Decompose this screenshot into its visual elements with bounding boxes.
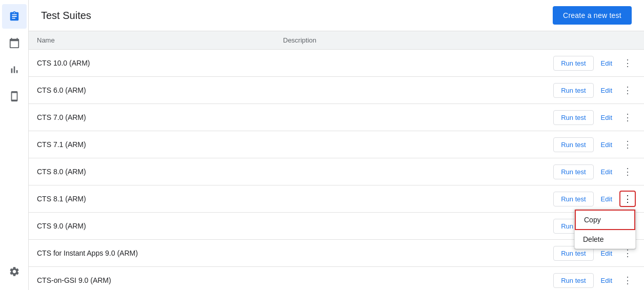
row-description <box>275 158 541 185</box>
run-test-button[interactable]: Run test <box>553 110 593 125</box>
edit-button[interactable]: Edit <box>596 165 617 179</box>
more-menu-wrapper: ⋮ <box>619 163 636 180</box>
more-options-button[interactable]: ⋮ <box>619 272 636 288</box>
row-description <box>275 267 541 291</box>
row-name: CTS-on-GSI 9.0 (ARM) <box>29 267 275 291</box>
test-suites-table-container: Name Description CTS 10.0 (ARM)Run testE… <box>29 31 644 290</box>
row-name: CTS 7.1 (ARM) <box>29 131 275 158</box>
row-name: CTS 7.0 (ARM) <box>29 104 275 131</box>
column-header-description: Description <box>275 31 541 50</box>
row-description <box>275 50 541 77</box>
row-actions: Run testEdit⋮ <box>541 158 644 185</box>
row-description <box>275 104 541 131</box>
sidebar <box>0 0 29 290</box>
page-title: Test Suites <box>41 10 91 22</box>
row-actions: Run testEdit⋮ <box>541 77 644 104</box>
more-menu-wrapper: ⋮ <box>619 272 636 288</box>
more-options-button[interactable]: ⋮ <box>619 82 636 98</box>
main-content: Test Suites Create a new test Name Descr… <box>29 0 644 290</box>
table-row: CTS 6.0 (ARM)Run testEdit⋮ <box>29 77 644 104</box>
row-actions: Run testEdit⋮ <box>541 131 644 158</box>
page-header: Test Suites Create a new test <box>29 0 644 31</box>
table-row: CTS 9.0 (ARM)Run testEdit⋮ <box>29 213 644 240</box>
row-name: CTS 8.1 (ARM) <box>29 185 275 213</box>
row-name: CTS 10.0 (ARM) <box>29 50 275 77</box>
table-row: CTS for Instant Apps 9.0 (ARM)Run testEd… <box>29 240 644 267</box>
row-description <box>275 213 541 240</box>
context-menu: CopyDelete <box>574 209 636 249</box>
test-suites-table: Name Description CTS 10.0 (ARM)Run testE… <box>29 31 644 290</box>
settings-icon <box>9 266 20 277</box>
sidebar-item-analytics[interactable] <box>2 57 27 82</box>
more-options-button[interactable]: ⋮ <box>619 136 636 153</box>
row-actions: Run testEdit⋮ <box>541 104 644 131</box>
edit-button[interactable]: Edit <box>596 274 617 287</box>
table-row: CTS-on-GSI 9.0 (ARM)Run testEdit⋮ <box>29 267 644 291</box>
table-row: CTS 10.0 (ARM)Run testEdit⋮ <box>29 50 644 77</box>
phone-icon <box>9 91 20 102</box>
create-new-test-button[interactable]: Create a new test <box>553 6 632 25</box>
row-actions: Run testEdit⋮ <box>541 267 644 291</box>
edit-button[interactable]: Edit <box>596 138 617 152</box>
run-test-button[interactable]: Run test <box>553 137 593 152</box>
bar-chart-icon <box>9 64 20 75</box>
column-header-name: Name <box>29 31 275 50</box>
more-menu-wrapper: ⋮ <box>619 109 636 126</box>
calendar-icon <box>9 37 20 49</box>
table-row: CTS 7.1 (ARM)Run testEdit⋮ <box>29 131 644 158</box>
run-test-button[interactable]: Run test <box>553 273 593 288</box>
row-actions: Run testEdit⋮CopyDelete <box>541 185 644 213</box>
table-body: CTS 10.0 (ARM)Run testEdit⋮CTS 6.0 (ARM)… <box>29 50 644 291</box>
table-header: Name Description <box>29 31 644 50</box>
sidebar-item-schedule[interactable] <box>2 31 27 55</box>
edit-button[interactable]: Edit <box>596 84 617 97</box>
more-options-button[interactable]: ⋮ <box>619 191 636 207</box>
more-options-button[interactable]: ⋮ <box>619 109 636 126</box>
more-menu-wrapper: ⋮ <box>619 82 636 98</box>
sidebar-item-test-suites[interactable] <box>2 4 27 29</box>
sidebar-item-device[interactable] <box>2 84 27 109</box>
row-name: CTS 9.0 (ARM) <box>29 213 275 240</box>
row-actions: Run testEdit⋮ <box>541 50 644 77</box>
row-name: CTS for Instant Apps 9.0 (ARM) <box>29 240 275 267</box>
table-row: CTS 7.0 (ARM)Run testEdit⋮ <box>29 104 644 131</box>
sidebar-item-settings[interactable] <box>2 259 27 284</box>
more-options-button[interactable]: ⋮ <box>619 55 636 71</box>
run-test-button[interactable]: Run test <box>553 56 593 71</box>
row-description <box>275 240 541 267</box>
run-test-button[interactable]: Run test <box>553 83 593 98</box>
table-row: CTS 8.0 (ARM)Run testEdit⋮ <box>29 158 644 185</box>
more-menu-wrapper: ⋮ <box>619 55 636 71</box>
edit-button[interactable]: Edit <box>596 56 617 70</box>
more-options-button[interactable]: ⋮ <box>619 163 636 180</box>
row-description <box>275 77 541 104</box>
row-name: CTS 6.0 (ARM) <box>29 77 275 104</box>
row-description <box>275 131 541 158</box>
run-test-button[interactable]: Run test <box>553 192 593 206</box>
edit-button[interactable]: Edit <box>596 192 617 206</box>
more-menu-wrapper: ⋮CopyDelete <box>619 191 636 207</box>
clipboard-icon <box>9 11 20 22</box>
edit-button[interactable]: Edit <box>596 111 617 125</box>
more-menu-wrapper: ⋮ <box>619 136 636 153</box>
delete-menu-item[interactable]: Delete <box>575 230 635 248</box>
row-description <box>275 185 541 213</box>
copy-menu-item[interactable]: Copy <box>575 210 635 230</box>
run-test-button[interactable]: Run test <box>553 164 593 179</box>
row-name: CTS 8.0 (ARM) <box>29 158 275 185</box>
table-row: CTS 8.1 (ARM)Run testEdit⋮CopyDelete <box>29 185 644 213</box>
